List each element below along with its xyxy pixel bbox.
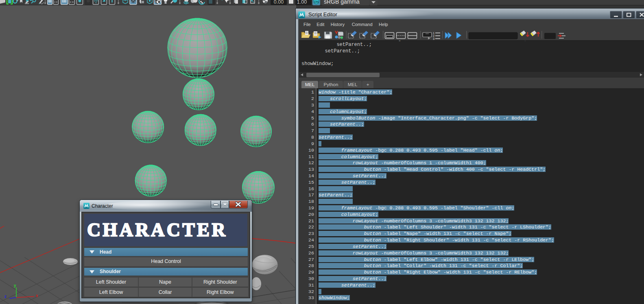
svg-text:z: z (4, 294, 7, 299)
svg-text:3: 3 (433, 37, 434, 40)
svg-text:x: x (36, 293, 38, 298)
svg-text:0.00: 0.00 (274, 0, 284, 5)
svg-text:1: 1 (433, 32, 434, 35)
svg-text:y: y (14, 283, 16, 288)
svg-text:1.00: 1.00 (297, 0, 307, 5)
svg-text:2: 2 (433, 35, 434, 37)
svg-text:sRGB gamma: sRGB gamma (324, 0, 360, 5)
svg-text:ON: ON (314, 0, 319, 4)
